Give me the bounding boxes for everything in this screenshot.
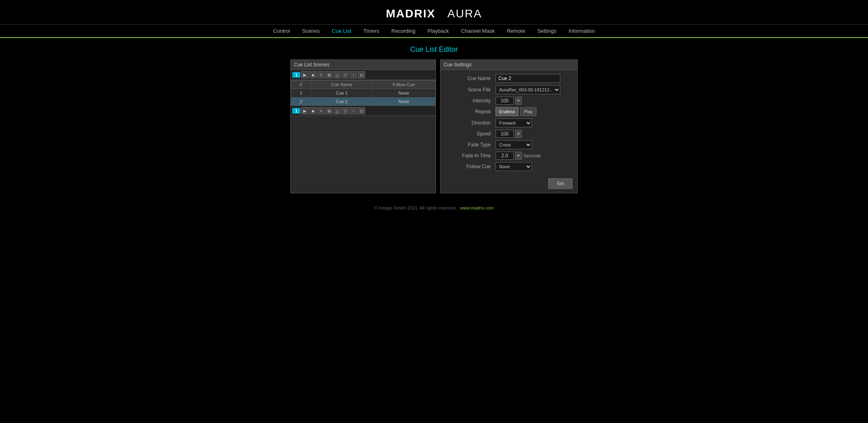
stop-button[interactable]: ■ (309, 71, 317, 78)
cue-name-input[interactable] (496, 74, 560, 83)
scene-file-select[interactable]: AuraRec_003-00-191212-... (496, 85, 560, 94)
footer-copyright: © inoage GmbH 2021. All rights reserved. (374, 205, 456, 210)
intensity-value-container: ⟳ (496, 97, 572, 105)
follow-cue-value-container: None Cue 1 Cue 2 (496, 162, 572, 171)
nav-information[interactable]: Information (568, 28, 595, 34)
cue-name-value-container (496, 74, 572, 83)
fade-type-label: Fade Type (445, 142, 494, 148)
scene-file-value-container: AuraRec_003-00-191212-... (496, 85, 572, 94)
col-header-num: # (291, 80, 311, 89)
cue-settings-header: Cue Settings (440, 60, 577, 70)
speed-input[interactable] (496, 130, 514, 138)
direction-label: Direction (445, 120, 494, 126)
page-title: Cue List Editor (0, 45, 868, 54)
intensity-spinner[interactable]: ⟳ (515, 97, 522, 105)
up-button[interactable]: △ (334, 71, 341, 78)
stop-button-bottom[interactable]: ■ (309, 107, 317, 114)
repeat-play-button[interactable]: Play (520, 107, 536, 116)
nav-cuelist[interactable]: Cue List (332, 28, 351, 34)
row-2-num: 2 (291, 97, 311, 106)
cue-name-label: Cue Name (445, 76, 494, 81)
remove-button[interactable]: − (350, 71, 357, 78)
fadein-spinner[interactable]: ⟳ (515, 152, 522, 160)
row-2-follow: None (372, 97, 435, 106)
add-button[interactable]: + (317, 71, 325, 78)
repeat-endless-button[interactable]: Endless (496, 107, 519, 116)
fade-in-time-label: Fade-In Time (445, 153, 494, 159)
header: MADRIX AURA (0, 0, 868, 24)
cue-list-toolbar-bottom: 1 ▶ ■ + ⊞ △ ▽ − ⊡ (291, 106, 436, 116)
nav-playback[interactable]: Playback (428, 28, 449, 34)
cue-settings-panel: Cue Settings Cue Name Scene File AuraRec… (440, 59, 578, 193)
cue-list-panel: Cue List Scenes 1 ▶ ■ + ⊞ △ ▽ − ⊡ # Cue … (290, 59, 436, 193)
col-header-name: Cue Name (311, 80, 372, 89)
main-nav: Control Scenes Cue List Timers Recording… (0, 24, 868, 38)
up-button-bottom[interactable]: △ (334, 107, 341, 114)
seconds-label: Seconds (523, 153, 541, 158)
table-row[interactable]: 2 Cue 2 None (291, 97, 436, 106)
remove-button-bottom[interactable]: − (350, 107, 357, 114)
intensity-label: Intensity (445, 98, 494, 104)
direction-value-container: Forward Backward Ping-Pong Random (496, 118, 572, 127)
grid-button-bottom[interactable]: ⊞ (326, 107, 333, 114)
table-row[interactable]: 1 Cue 1 None (291, 89, 436, 97)
row-2-name: Cue 2 (311, 97, 372, 106)
nav-scenes[interactable]: Scenes (302, 28, 319, 34)
fade-in-time-value-container: ⟳ Seconds (496, 152, 572, 160)
logo-madrix: MADRIX (386, 7, 435, 20)
cue-list-panel-header: Cue List Scenes (291, 60, 436, 70)
scene-file-label: Scene File (445, 87, 494, 93)
play-button-bottom[interactable]: ▶ (301, 107, 308, 114)
nav-remote[interactable]: Remote (507, 28, 525, 34)
play-button[interactable]: ▶ (301, 71, 308, 78)
add-button-bottom[interactable]: + (317, 107, 325, 114)
repeat-value-container: Endless Play (496, 107, 572, 116)
main-content: Cue List Scenes 1 ▶ ■ + ⊞ △ ▽ − ⊡ # Cue … (0, 59, 868, 193)
active-cue-badge: 1 (292, 72, 300, 78)
fade-in-time-input[interactable] (496, 152, 514, 160)
speed-value-container: ⟳ (496, 130, 572, 138)
copy-button[interactable]: ⊡ (358, 71, 365, 78)
set-button[interactable]: Set (548, 178, 572, 189)
nav-timers[interactable]: Timers (364, 28, 379, 34)
grid-button[interactable]: ⊞ (326, 71, 333, 78)
direction-select[interactable]: Forward Backward Ping-Pong Random (496, 118, 532, 127)
active-cue-badge-bottom: 1 (292, 108, 300, 114)
nav-settings[interactable]: Settings (537, 28, 556, 34)
repeat-label: Repeat (445, 109, 494, 114)
cue-list-toolbar-top: 1 ▶ ■ + ⊞ △ ▽ − ⊡ (291, 70, 436, 80)
nav-recording[interactable]: Recording (391, 28, 415, 34)
follow-cue-label: Follow Cue (445, 164, 494, 169)
row-1-num: 1 (291, 89, 311, 97)
cue-table: # Cue Name Follow Cue 1 Cue 1 None 2 Cue… (291, 80, 436, 106)
nav-control[interactable]: Control (273, 28, 290, 34)
speed-spinner[interactable]: ⟳ (515, 130, 522, 138)
speed-label: Speed (445, 131, 494, 137)
row-1-follow: None (372, 89, 435, 97)
intensity-input[interactable] (496, 97, 514, 105)
logo-aura: AURA (447, 7, 482, 20)
app-logo: MADRIX AURA (386, 7, 482, 20)
down-button-bottom[interactable]: ▽ (342, 107, 349, 114)
follow-cue-select[interactable]: None Cue 1 Cue 2 (496, 162, 532, 171)
copy-button-bottom[interactable]: ⊡ (358, 107, 365, 114)
down-button[interactable]: ▽ (342, 71, 349, 78)
footer-website-link[interactable]: www.madrix.com (460, 205, 494, 210)
footer: © inoage GmbH 2021. All rights reserved.… (0, 193, 868, 217)
nav-channel-mask[interactable]: Channel Mask (461, 28, 495, 34)
fade-type-select[interactable]: Cross None Fade (496, 140, 532, 149)
row-1-name: Cue 1 (311, 89, 372, 97)
settings-grid: Cue Name Scene File AuraRec_003-00-19121… (440, 70, 577, 175)
fade-type-value-container: Cross None Fade (496, 140, 572, 149)
col-header-follow: Follow Cue (372, 80, 435, 89)
